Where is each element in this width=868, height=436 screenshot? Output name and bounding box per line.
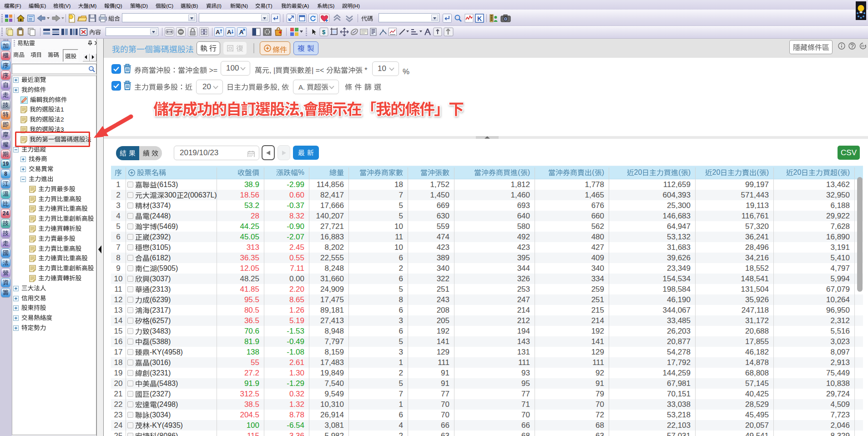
svg-text:A: A <box>227 29 232 35</box>
svg-text:A: A <box>216 29 220 35</box>
svg-text:$: $ <box>322 29 326 35</box>
